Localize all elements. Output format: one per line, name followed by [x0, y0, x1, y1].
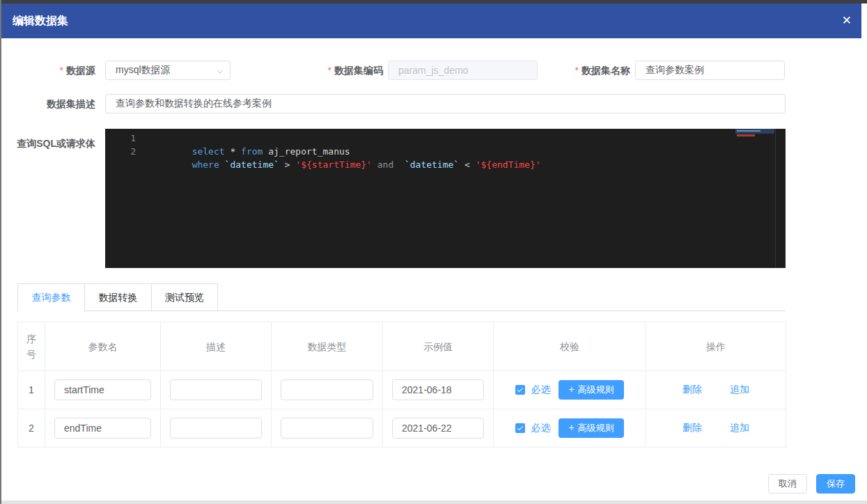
tab-query-params[interactable]: 查询参数	[17, 283, 84, 311]
code-line-1: 1select * from aj_report_manus	[105, 132, 730, 145]
cancel-button[interactable]: 取消	[768, 474, 807, 494]
datasource-select[interactable]	[105, 61, 231, 80]
required-checkbox[interactable]	[515, 423, 525, 433]
minimap-line-1	[737, 130, 760, 132]
code-line-2: 2where `datetime` > '${startTime}' and `…	[105, 145, 730, 158]
delete-link[interactable]: 删除	[682, 384, 702, 396]
datasource-select-input[interactable]	[105, 61, 231, 80]
params-table: 序号 参数名 描述 数据类型 示例值 校验 操作 1 必选 +高级规则 删除 追…	[17, 322, 786, 448]
dataset-code-label: *数据集编码	[279, 61, 383, 80]
col-header-description: 描述	[161, 322, 272, 371]
datasource-label: *数据源	[0, 61, 95, 80]
required-checkbox[interactable]	[515, 385, 525, 395]
row-index: 2	[18, 409, 45, 448]
line-number: 1	[105, 132, 136, 145]
advanced-rule-button[interactable]: +高级规则	[559, 418, 623, 438]
append-link[interactable]: 追加	[730, 384, 749, 396]
description-input[interactable]	[170, 418, 262, 439]
data-type-input[interactable]	[281, 418, 373, 439]
dataset-desc-field-wrap	[105, 94, 786, 113]
required-asterisk: *	[60, 65, 63, 76]
actions-cell: 删除 追加	[646, 409, 786, 448]
description-input[interactable]	[170, 379, 262, 400]
required-asterisk: *	[575, 65, 579, 76]
dataset-code-field-wrap	[388, 61, 538, 80]
dataset-code-field	[388, 61, 538, 80]
required-asterisk: *	[328, 65, 331, 76]
data-type-cell	[272, 371, 383, 409]
advanced-rule-button[interactable]: +高级规则	[559, 380, 623, 400]
sql-label: 查询SQL或请求体	[0, 134, 95, 153]
description-cell	[161, 409, 272, 448]
validation-cell: 必选 +高级规则	[494, 371, 646, 409]
data-type-input[interactable]	[281, 379, 373, 400]
minimap-line-2	[737, 134, 755, 136]
param-name-cell	[45, 409, 161, 448]
append-link[interactable]: 追加	[730, 422, 749, 434]
col-header-index: 序号	[18, 322, 45, 371]
description-cell	[161, 371, 272, 409]
example-cell	[383, 409, 494, 448]
code-lines: 1select * from aj_report_manus 2where `d…	[105, 132, 730, 158]
dataset-name-label: *数据集名称	[526, 61, 630, 80]
editor-scrollbar[interactable]	[775, 129, 786, 268]
dataset-desc-field[interactable]	[105, 94, 786, 113]
window-left-edge	[0, 0, 1, 504]
line-number: 2	[105, 145, 136, 158]
save-button[interactable]: 保存	[816, 474, 855, 494]
col-header-actions: 操作	[646, 322, 786, 371]
row-index: 1	[18, 371, 45, 409]
example-input[interactable]	[392, 379, 484, 400]
dataset-name-field-wrap	[635, 61, 785, 80]
delete-link[interactable]: 删除	[682, 422, 702, 434]
dataset-name-field[interactable]	[635, 61, 785, 80]
param-name-input[interactable]	[54, 418, 151, 439]
param-name-input[interactable]	[54, 379, 151, 400]
validation-cell: 必选 +高级规则	[494, 409, 646, 448]
col-header-data-type: 数据类型	[272, 322, 383, 371]
plus-icon: +	[568, 384, 574, 395]
data-type-cell	[272, 409, 383, 448]
close-icon[interactable]: ✕	[842, 3, 852, 38]
window-bottom-edge	[0, 501, 867, 504]
sql-code-editor[interactable]: 1select * from aj_report_manus 2where `d…	[105, 129, 786, 268]
col-header-validation: 校验	[494, 322, 646, 371]
tab-test-preview[interactable]: 测试预览	[151, 283, 218, 310]
tab-bar: 查询参数 数据转换 测试预览	[17, 283, 218, 311]
required-checkbox-label[interactable]: 必选	[531, 422, 550, 434]
col-header-example: 示例值	[383, 322, 494, 371]
col-header-param-name: 参数名	[45, 322, 161, 371]
dataset-desc-label: 数据集描述	[0, 94, 95, 113]
example-cell	[383, 371, 494, 409]
required-checkbox-label[interactable]: 必选	[531, 384, 550, 396]
example-input[interactable]	[392, 418, 484, 439]
dialog-title: 编辑数据集	[13, 3, 68, 38]
edit-dataset-dialog: 编辑数据集 ✕ *数据源 *数据集编码 *数据集名称 数据集描述 查询SQL或请…	[0, 0, 867, 504]
dialog-header: 编辑数据集 ✕	[1, 3, 861, 38]
actions-cell: 删除 追加	[646, 371, 786, 409]
plus-icon: +	[568, 422, 574, 433]
tab-data-transform[interactable]: 数据转换	[84, 283, 151, 310]
param-name-cell	[45, 371, 161, 409]
editor-minimap[interactable]	[735, 129, 774, 268]
